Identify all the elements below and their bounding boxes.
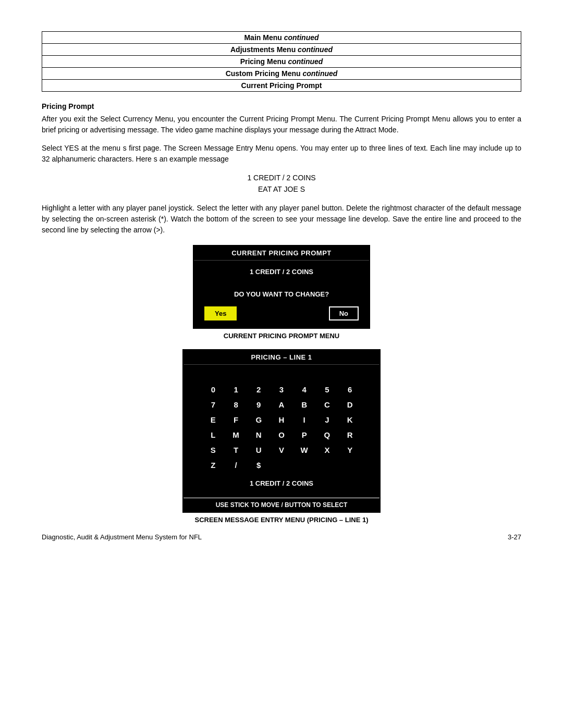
pricing-line-caption: SCREEN MESSAGE ENTRY MENU (PRICING – LIN… — [42, 516, 521, 524]
example-line1: 1 CREDIT / 2 COINS — [42, 172, 521, 183]
char-cell[interactable]: O — [271, 428, 292, 442]
page-footer: Diagnostic, Audit & Adjustment Menu Syst… — [42, 533, 521, 541]
char-grid: 0123456789ABCDEFGHIJKLMNOPQRSTUVWXYZ/$ — [202, 382, 361, 472]
char-cell[interactable]: 6 — [339, 382, 361, 397]
char-cell[interactable]: 0 — [202, 382, 224, 397]
char-cell[interactable]: 4 — [293, 382, 315, 397]
pricing-line-body: 0123456789ABCDEFGHIJKLMNOPQRSTUVWXYZ/$ 1… — [183, 365, 380, 498]
char-cell[interactable]: $ — [248, 458, 270, 472]
footer-right: 3-27 — [508, 533, 521, 541]
char-cell[interactable]: D — [339, 398, 361, 412]
char-cell[interactable]: C — [316, 398, 338, 412]
char-cell[interactable]: H — [271, 413, 292, 427]
char-cell[interactable]: 9 — [248, 398, 270, 412]
pricing-prompt-header: CURRENT PRICING PROMPT — [194, 246, 369, 261]
pricing-prompt-container: CURRENT PRICING PROMPT 1 CREDIT / 2 COIN… — [42, 245, 521, 329]
para2: Select YES at the menu s first page. The… — [42, 143, 521, 165]
char-cell[interactable]: U — [248, 443, 270, 457]
pricing-credit-line: 1 CREDIT / 2 COINS — [199, 268, 364, 276]
pricing-prompt-screen: CURRENT PRICING PROMPT 1 CREDIT / 2 COIN… — [193, 245, 370, 329]
char-cell[interactable]: Q — [316, 428, 338, 442]
use-stick-footer: USE STICK TO MOVE / BUTTON TO SELECT — [183, 498, 380, 512]
pricing-line-credit: 1 CREDIT / 2 COINS — [192, 479, 371, 487]
char-cell[interactable]: Y — [339, 443, 361, 457]
char-cell[interactable]: P — [293, 428, 315, 442]
char-cell[interactable]: K — [339, 413, 361, 427]
char-cell[interactable]: G — [248, 413, 270, 427]
char-cell[interactable]: / — [225, 458, 247, 472]
no-button[interactable]: No — [329, 306, 359, 320]
char-cell[interactable]: X — [316, 443, 338, 457]
pricing-question: DO YOU WANT TO CHANGE? — [199, 290, 364, 298]
char-cell[interactable]: M — [225, 428, 247, 442]
footer-left: Diagnostic, Audit & Adjustment Menu Syst… — [42, 533, 202, 541]
char-cell[interactable]: 7 — [202, 398, 224, 412]
example-message: 1 CREDIT / 2 COINS EAT AT JOE S — [42, 172, 521, 195]
pricing-line-screen: PRICING – LINE 1 0123456789ABCDEFGHIJKLM… — [182, 349, 381, 513]
char-cell[interactable]: 3 — [271, 382, 292, 397]
pricing-line-container: PRICING – LINE 1 0123456789ABCDEFGHIJKLM… — [42, 349, 521, 513]
char-cell[interactable]: I — [293, 413, 315, 427]
para3: Highlight a letter with any player panel… — [42, 203, 521, 236]
example-line2: EAT AT JOE S — [42, 183, 521, 195]
char-cell[interactable]: 2 — [248, 382, 270, 397]
char-cell[interactable]: T — [225, 443, 247, 457]
char-cell[interactable]: A — [271, 398, 292, 412]
char-cell[interactable]: 1 — [225, 382, 247, 397]
char-cell[interactable]: Z — [202, 458, 224, 472]
char-cell[interactable]: J — [316, 413, 338, 427]
para1: After you exit the Select Currency Menu,… — [42, 114, 521, 135]
char-cell[interactable]: E — [202, 413, 224, 427]
pricing-prompt-body: 1 CREDIT / 2 COINS DO YOU WANT TO CHANGE… — [194, 261, 369, 328]
yes-button[interactable]: Yes — [204, 306, 237, 320]
char-cell[interactable] — [316, 458, 338, 472]
char-cell[interactable]: N — [248, 428, 270, 442]
char-cell[interactable] — [271, 458, 292, 472]
char-cell[interactable]: 8 — [225, 398, 247, 412]
pricing-buttons-row: Yes No — [199, 306, 364, 320]
char-cell[interactable]: V — [271, 443, 292, 457]
section-title: Pricing Prompt — [42, 102, 521, 110]
char-cell[interactable] — [339, 458, 361, 472]
char-cell[interactable]: W — [293, 443, 315, 457]
char-cell[interactable]: 5 — [316, 382, 338, 397]
char-cell[interactable] — [293, 458, 315, 472]
char-cell[interactable]: F — [225, 413, 247, 427]
pricing-prompt-caption: CURRENT PRICING PROMPT MENU — [42, 332, 521, 340]
char-cell[interactable]: B — [293, 398, 315, 412]
pricing-line-header: PRICING – LINE 1 — [183, 350, 380, 365]
header-table: Main Menu continuedAdjustments Menu cont… — [42, 31, 521, 92]
char-cell[interactable]: S — [202, 443, 224, 457]
char-cell[interactable]: R — [339, 428, 361, 442]
char-cell[interactable]: L — [202, 428, 224, 442]
